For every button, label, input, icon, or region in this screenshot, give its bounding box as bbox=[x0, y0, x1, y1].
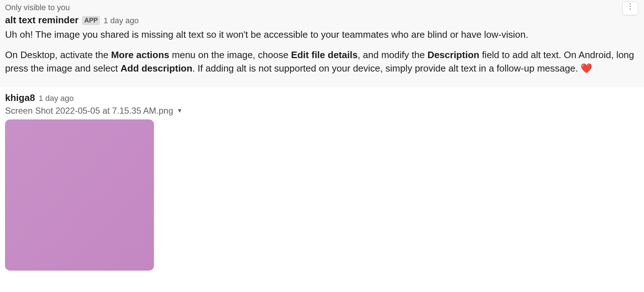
app-badge: APP bbox=[82, 16, 100, 25]
more-actions-button[interactable]: ⋮ bbox=[622, 1, 638, 15]
message-header: khiga8 1 day ago bbox=[5, 92, 639, 104]
heart-icon: ❤️ bbox=[580, 63, 592, 74]
message-body: Uh oh! The image you shared is missing a… bbox=[5, 28, 639, 76]
message-timestamp[interactable]: 1 day ago bbox=[38, 94, 74, 103]
body-paragraph-1: Uh oh! The image you shared is missing a… bbox=[5, 28, 639, 42]
visibility-notice: Only visible to you bbox=[5, 3, 639, 12]
message-timestamp[interactable]: 1 day ago bbox=[103, 16, 139, 25]
file-name[interactable]: Screen Shot 2022-05-05 at 7.15.35 AM.png bbox=[5, 106, 173, 116]
ellipsis-icon: ⋮ bbox=[627, 3, 634, 10]
sender-name[interactable]: khiga8 bbox=[5, 92, 35, 104]
message-header: alt text reminder APP 1 day ago bbox=[5, 15, 639, 26]
body-paragraph-2: On Desktop, activate the More actions me… bbox=[5, 48, 639, 76]
ephemeral-message: ⋮ Only visible to you alt text reminder … bbox=[0, 0, 644, 87]
file-attachment-header: Screen Shot 2022-05-05 at 7.15.35 AM.png… bbox=[5, 106, 639, 116]
user-message: khiga8 1 day ago Screen Shot 2022-05-05 … bbox=[0, 87, 644, 285]
sender-name[interactable]: alt text reminder bbox=[5, 15, 78, 26]
chevron-down-icon[interactable]: ▼ bbox=[177, 108, 183, 114]
image-thumbnail[interactable] bbox=[5, 119, 154, 271]
